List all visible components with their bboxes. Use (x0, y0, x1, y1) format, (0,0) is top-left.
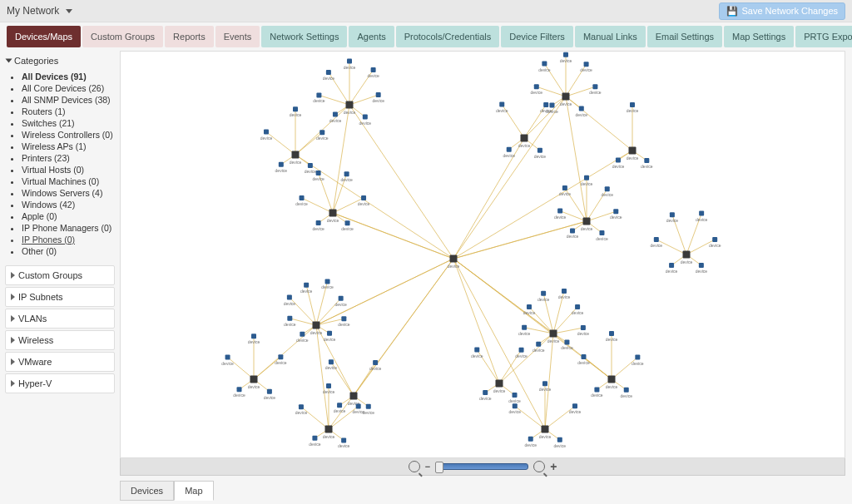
map-canvas[interactable]: devicedevicedevicedevicedevicedevicedevi… (120, 51, 845, 458)
svg-rect-161 (669, 263, 674, 268)
svg-text:device: device (503, 153, 515, 158)
category-item[interactable]: All SNMP Devices (38) (22, 94, 115, 106)
zoom-slider[interactable] (435, 463, 528, 470)
svg-rect-90 (292, 151, 300, 159)
minus-icon[interactable]: − (425, 462, 430, 472)
tab-devices-maps[interactable]: Devices/Maps (7, 26, 81, 47)
svg-line-17 (566, 96, 632, 151)
svg-rect-259 (366, 404, 371, 409)
panel-vmware[interactable]: VMware (5, 352, 115, 372)
category-item[interactable]: Windows (42) (22, 199, 115, 210)
svg-text:device: device (493, 388, 506, 393)
svg-text:device: device (525, 442, 537, 447)
panel-wireless[interactable]: Wireless (5, 330, 115, 350)
tab-map-settings[interactable]: Map Settings (724, 26, 794, 47)
panel-ip-subnets[interactable]: IP Subnets (5, 287, 115, 307)
svg-text:device: device (531, 90, 543, 95)
sidebar: Categories All Devices (91)All Core Devi… (0, 47, 120, 504)
svg-rect-301 (609, 331, 614, 336)
svg-text:device: device (610, 215, 622, 220)
svg-rect-278 (325, 426, 333, 433)
svg-text:device: device (325, 365, 338, 370)
category-item[interactable]: Wireless Controllers (0) (22, 129, 115, 141)
svg-rect-76 (279, 162, 284, 167)
category-item[interactable]: IP Phones (0) (22, 234, 115, 245)
tab-prtg-export[interactable]: PRTG Export (795, 26, 852, 47)
svg-rect-233 (237, 387, 242, 392)
svg-text:device: device (341, 226, 354, 231)
svg-text:device: device (606, 384, 618, 389)
category-item[interactable]: Other (0) (22, 245, 115, 257)
svg-rect-56 (534, 84, 539, 89)
tab-device-filters[interactable]: Device Filters (501, 26, 573, 47)
svg-rect-130 (361, 195, 366, 200)
category-item[interactable]: Apple (0) (22, 210, 115, 222)
category-list: All Devices (91)All Core Devices (26)All… (5, 71, 115, 257)
svg-text:device: device (621, 393, 633, 398)
category-item[interactable]: Switches (21) (22, 117, 115, 129)
svg-text:device: device (709, 243, 721, 248)
svg-text:device: device (300, 289, 313, 294)
panel-hyper-v[interactable]: Hyper-V (5, 373, 115, 393)
tab-reports[interactable]: Reports (165, 26, 214, 47)
svg-rect-304 (635, 355, 640, 360)
svg-text:device: device (296, 338, 309, 343)
category-item[interactable]: Virtual Hosts (0) (22, 164, 115, 175)
svg-rect-298 (581, 354, 586, 359)
zoom-thumb[interactable] (435, 462, 443, 473)
category-item[interactable]: IP Phone Managers (0) (22, 222, 115, 234)
tab-network-settings[interactable]: Network Settings (261, 26, 347, 47)
svg-text:device: device (358, 201, 370, 206)
svg-rect-99 (543, 102, 548, 107)
categories-header[interactable]: Categories (5, 52, 115, 69)
svg-text:device: device (539, 387, 552, 392)
tab-events[interactable]: Events (215, 26, 260, 47)
tab-custom-groups[interactable]: Custom Groups (82, 26, 163, 47)
chevron-down-icon (6, 59, 12, 63)
svg-rect-144 (562, 185, 567, 190)
svg-rect-173 (712, 237, 717, 242)
svg-text:device: device (572, 310, 584, 315)
tab-manual-links[interactable]: Manual Links (575, 26, 646, 47)
category-item[interactable]: Virtual Machines (0) (22, 175, 115, 187)
svg-rect-264 (312, 436, 317, 441)
category-item[interactable]: Windows Servers (4) (22, 187, 115, 199)
svg-text:device: device (309, 442, 321, 447)
svg-text:device: device (606, 337, 618, 342)
tab-email-settings[interactable]: Email Settings (647, 26, 722, 47)
svg-rect-222 (575, 304, 580, 309)
category-item[interactable]: Printers (23) (22, 152, 115, 164)
zoom-in-icon[interactable] (533, 461, 545, 472)
tab-devices[interactable]: Devices (120, 481, 174, 501)
panel-custom-groups[interactable]: Custom Groups (5, 265, 115, 285)
network-map-svg[interactable]: devicedevicedevicedevicedevicedevicedevi… (121, 52, 845, 457)
svg-text:device: device (596, 236, 608, 241)
svg-rect-270 (326, 383, 331, 388)
category-item[interactable]: Routers (1) (22, 106, 115, 117)
svg-text:device: device (248, 384, 260, 389)
svg-rect-210 (522, 325, 527, 330)
caret-down-icon (66, 9, 72, 13)
plus-icon[interactable]: + (550, 462, 557, 472)
svg-rect-190 (304, 283, 309, 288)
save-network-button[interactable]: 💾 Save Network Changes (719, 2, 845, 20)
category-item[interactable]: All Core Devices (26) (22, 82, 115, 94)
svg-rect-141 (557, 209, 562, 214)
tab-agents[interactable]: Agents (349, 26, 394, 47)
svg-text:device: device (344, 110, 356, 115)
svg-rect-225 (581, 325, 586, 330)
svg-text:device: device (352, 409, 364, 414)
svg-rect-250 (337, 403, 342, 408)
svg-text:device: device (591, 393, 603, 398)
tab-protocols-credentials[interactable]: Protocols/Credentials (396, 26, 500, 47)
panel-vlans[interactable]: VLANs (5, 309, 115, 329)
category-item[interactable]: Wireless APs (1) (22, 141, 115, 152)
zoom-out-icon[interactable] (409, 461, 420, 472)
svg-text:device: device (310, 330, 323, 335)
tab-map[interactable]: Map (174, 481, 213, 501)
svg-rect-276 (341, 437, 346, 442)
page-title[interactable]: My Network (7, 5, 72, 17)
category-item[interactable]: All Devices (91) (22, 71, 115, 82)
map-area: devicedevicedevicedevicedevicedevicedevi… (120, 47, 852, 504)
svg-text:device: device (321, 284, 334, 289)
